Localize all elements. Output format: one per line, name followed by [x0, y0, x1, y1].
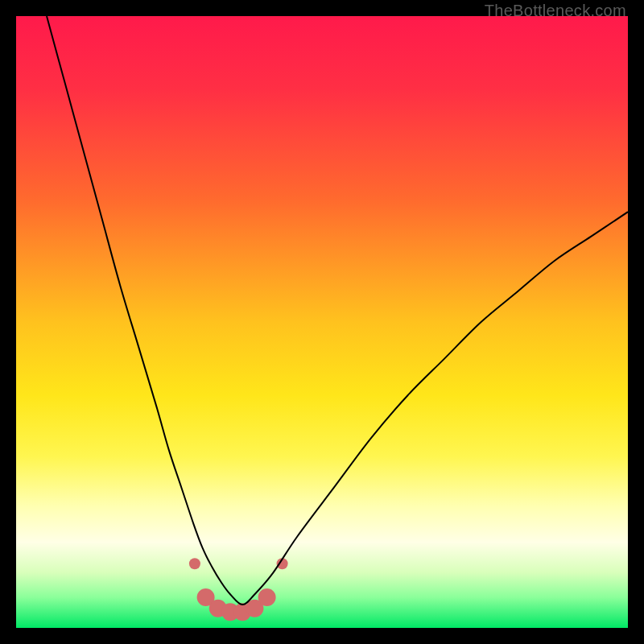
bottleneck-curve — [47, 16, 628, 605]
trough-marker — [258, 588, 276, 606]
trough-marker — [189, 558, 200, 569]
plot-area — [16, 16, 628, 628]
watermark-text: TheBottleneck.com — [485, 2, 626, 20]
trough-markers-group — [189, 558, 288, 621]
chart-frame: TheBottleneck.com — [0, 0, 644, 644]
curve-layer — [16, 16, 628, 628]
